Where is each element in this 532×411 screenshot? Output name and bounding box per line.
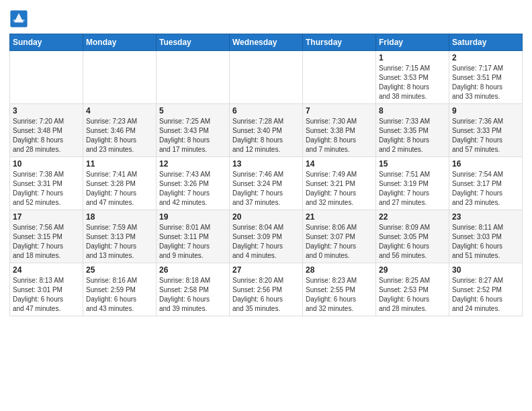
header xyxy=(9,7,523,28)
calendar-cell xyxy=(303,51,376,104)
calendar-cell: 26Sunrise: 8:18 AM Sunset: 2:58 PM Dayli… xyxy=(157,263,230,316)
calendar-cell: 15Sunrise: 7:51 AM Sunset: 3:19 PM Dayli… xyxy=(376,157,449,210)
day-number: 24 xyxy=(13,265,80,275)
weekday-header-wednesday: Wednesday xyxy=(230,34,303,51)
day-number: 13 xyxy=(232,159,300,169)
calendar-cell: 23Sunrise: 8:11 AM Sunset: 3:03 PM Dayli… xyxy=(449,210,523,263)
calendar-cell: 12Sunrise: 7:43 AM Sunset: 3:26 PM Dayli… xyxy=(157,157,230,210)
weekday-header-row: SundayMondayTuesdayWednesdayThursdayFrid… xyxy=(10,34,523,51)
cell-content: Sunrise: 7:36 AM Sunset: 3:33 PM Dayligh… xyxy=(452,117,519,154)
calendar-cell xyxy=(83,51,157,104)
calendar-cell: 29Sunrise: 8:25 AM Sunset: 2:53 PM Dayli… xyxy=(376,263,449,316)
cell-content: Sunrise: 7:23 AM Sunset: 3:46 PM Dayligh… xyxy=(86,117,153,154)
day-number: 21 xyxy=(306,212,373,222)
day-number: 27 xyxy=(232,265,300,275)
svg-rect-2 xyxy=(13,19,25,21)
calendar-cell xyxy=(10,51,83,104)
week-row-1: 1Sunrise: 7:15 AM Sunset: 3:53 PM Daylig… xyxy=(10,51,523,104)
calendar-cell: 14Sunrise: 7:49 AM Sunset: 3:21 PM Dayli… xyxy=(303,157,376,210)
day-number: 11 xyxy=(86,159,153,169)
calendar-cell: 18Sunrise: 7:59 AM Sunset: 3:13 PM Dayli… xyxy=(83,210,157,263)
cell-content: Sunrise: 7:25 AM Sunset: 3:43 PM Dayligh… xyxy=(159,117,226,154)
cell-content: Sunrise: 7:56 AM Sunset: 3:15 PM Dayligh… xyxy=(13,223,80,261)
day-number: 7 xyxy=(306,106,373,116)
day-number: 18 xyxy=(86,212,153,222)
calendar-cell: 17Sunrise: 7:56 AM Sunset: 3:15 PM Dayli… xyxy=(10,210,83,263)
cell-content: Sunrise: 8:06 AM Sunset: 3:07 PM Dayligh… xyxy=(306,223,373,261)
cell-content: Sunrise: 8:20 AM Sunset: 2:56 PM Dayligh… xyxy=(232,276,300,314)
calendar-cell: 2Sunrise: 7:17 AM Sunset: 3:51 PM Daylig… xyxy=(449,51,523,104)
day-number: 29 xyxy=(379,265,446,275)
cell-content: Sunrise: 7:17 AM Sunset: 3:51 PM Dayligh… xyxy=(452,64,519,101)
cell-content: Sunrise: 7:28 AM Sunset: 3:40 PM Dayligh… xyxy=(232,117,300,154)
day-number: 10 xyxy=(13,159,80,169)
weekday-header-sunday: Sunday xyxy=(10,34,83,51)
day-number: 6 xyxy=(232,106,300,116)
calendar-cell: 27Sunrise: 8:20 AM Sunset: 2:56 PM Dayli… xyxy=(230,263,303,316)
calendar-cell: 4Sunrise: 7:23 AM Sunset: 3:46 PM Daylig… xyxy=(83,104,157,157)
cell-content: Sunrise: 7:20 AM Sunset: 3:48 PM Dayligh… xyxy=(13,117,80,154)
calendar-cell: 13Sunrise: 7:46 AM Sunset: 3:24 PM Dayli… xyxy=(230,157,303,210)
cell-content: Sunrise: 7:49 AM Sunset: 3:21 PM Dayligh… xyxy=(306,170,373,208)
calendar-cell xyxy=(230,51,303,104)
weekday-header-monday: Monday xyxy=(83,34,157,51)
calendar-cell: 19Sunrise: 8:01 AM Sunset: 3:11 PM Dayli… xyxy=(157,210,230,263)
day-number: 23 xyxy=(452,212,519,222)
calendar-cell: 11Sunrise: 7:41 AM Sunset: 3:28 PM Dayli… xyxy=(83,157,157,210)
cell-content: Sunrise: 8:01 AM Sunset: 3:11 PM Dayligh… xyxy=(159,223,226,261)
calendar-cell: 20Sunrise: 8:04 AM Sunset: 3:09 PM Dayli… xyxy=(230,210,303,263)
cell-content: Sunrise: 8:23 AM Sunset: 2:55 PM Dayligh… xyxy=(306,276,373,314)
cell-content: Sunrise: 7:33 AM Sunset: 3:35 PM Dayligh… xyxy=(379,117,446,154)
day-number: 2 xyxy=(452,53,519,62)
day-number: 1 xyxy=(379,53,446,62)
week-row-4: 17Sunrise: 7:56 AM Sunset: 3:15 PM Dayli… xyxy=(10,210,523,263)
weekday-header-tuesday: Tuesday xyxy=(157,34,230,51)
day-number: 25 xyxy=(86,265,153,275)
page: SundayMondayTuesdayWednesdayThursdayFrid… xyxy=(0,0,532,323)
calendar-cell: 1Sunrise: 7:15 AM Sunset: 3:53 PM Daylig… xyxy=(376,51,449,104)
day-number: 15 xyxy=(379,159,446,169)
cell-content: Sunrise: 7:30 AM Sunset: 3:38 PM Dayligh… xyxy=(306,117,373,154)
day-number: 28 xyxy=(306,265,373,275)
weekday-header-friday: Friday xyxy=(376,34,449,51)
weekday-header-saturday: Saturday xyxy=(449,34,523,51)
calendar-cell: 3Sunrise: 7:20 AM Sunset: 3:48 PM Daylig… xyxy=(10,104,83,157)
day-number: 12 xyxy=(159,159,226,169)
cell-content: Sunrise: 8:27 AM Sunset: 2:52 PM Dayligh… xyxy=(452,276,519,314)
cell-content: Sunrise: 7:51 AM Sunset: 3:19 PM Dayligh… xyxy=(379,170,446,208)
cell-content: Sunrise: 8:25 AM Sunset: 2:53 PM Dayligh… xyxy=(379,276,446,314)
day-number: 22 xyxy=(379,212,446,222)
day-number: 3 xyxy=(13,106,80,116)
cell-content: Sunrise: 7:15 AM Sunset: 3:53 PM Dayligh… xyxy=(379,64,446,101)
calendar-cell: 25Sunrise: 8:16 AM Sunset: 2:59 PM Dayli… xyxy=(83,263,157,316)
logo xyxy=(9,9,31,28)
calendar-cell: 30Sunrise: 8:27 AM Sunset: 2:52 PM Dayli… xyxy=(449,263,523,316)
cell-content: Sunrise: 8:13 AM Sunset: 3:01 PM Dayligh… xyxy=(13,276,80,314)
cell-content: Sunrise: 8:11 AM Sunset: 3:03 PM Dayligh… xyxy=(452,223,519,261)
logo-icon xyxy=(9,9,28,28)
calendar-cell: 24Sunrise: 8:13 AM Sunset: 3:01 PM Dayli… xyxy=(10,263,83,316)
calendar-cell: 28Sunrise: 8:23 AM Sunset: 2:55 PM Dayli… xyxy=(303,263,376,316)
week-row-5: 24Sunrise: 8:13 AM Sunset: 3:01 PM Dayli… xyxy=(10,263,523,316)
weekday-header-thursday: Thursday xyxy=(303,34,376,51)
calendar-cell: 8Sunrise: 7:33 AM Sunset: 3:35 PM Daylig… xyxy=(376,104,449,157)
calendar-cell: 16Sunrise: 7:54 AM Sunset: 3:17 PM Dayli… xyxy=(449,157,523,210)
week-row-3: 10Sunrise: 7:38 AM Sunset: 3:31 PM Dayli… xyxy=(10,157,523,210)
cell-content: Sunrise: 7:41 AM Sunset: 3:28 PM Dayligh… xyxy=(86,170,153,208)
calendar-cell: 21Sunrise: 8:06 AM Sunset: 3:07 PM Dayli… xyxy=(303,210,376,263)
calendar-cell: 7Sunrise: 7:30 AM Sunset: 3:38 PM Daylig… xyxy=(303,104,376,157)
cell-content: Sunrise: 7:46 AM Sunset: 3:24 PM Dayligh… xyxy=(232,170,300,208)
calendar-cell: 5Sunrise: 7:25 AM Sunset: 3:43 PM Daylig… xyxy=(157,104,230,157)
cell-content: Sunrise: 7:54 AM Sunset: 3:17 PM Dayligh… xyxy=(452,170,519,208)
day-number: 16 xyxy=(452,159,519,169)
day-number: 9 xyxy=(452,106,519,116)
day-number: 5 xyxy=(159,106,226,116)
day-number: 19 xyxy=(159,212,226,222)
calendar-cell: 9Sunrise: 7:36 AM Sunset: 3:33 PM Daylig… xyxy=(449,104,523,157)
day-number: 4 xyxy=(86,106,153,116)
cell-content: Sunrise: 8:18 AM Sunset: 2:58 PM Dayligh… xyxy=(159,276,226,314)
cell-content: Sunrise: 8:09 AM Sunset: 3:05 PM Dayligh… xyxy=(379,223,446,261)
day-number: 8 xyxy=(379,106,446,116)
day-number: 20 xyxy=(232,212,300,222)
cell-content: Sunrise: 7:43 AM Sunset: 3:26 PM Dayligh… xyxy=(159,170,226,208)
